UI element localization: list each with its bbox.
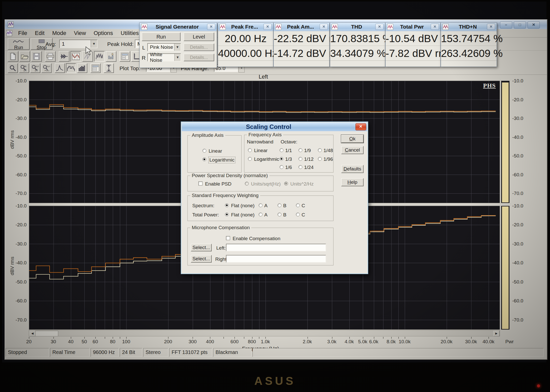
ok-button[interactable]: Ok <box>341 135 364 143</box>
select-left-mic-button[interactable]: Select... <box>191 244 212 251</box>
fast-forward-button[interactable] <box>59 51 69 62</box>
octave-1-48-label[interactable]: 1/48 <box>324 148 333 153</box>
menu-item-edit[interactable]: Edit <box>31 30 48 36</box>
spectrum-a-label[interactable]: A <box>264 203 268 209</box>
bar-graph-button[interactable] <box>77 63 87 73</box>
amplitude-linear-radio[interactable] <box>202 149 206 153</box>
octave-1-48-radio[interactable] <box>318 148 322 152</box>
defaults-button[interactable]: Defaults <box>341 165 364 173</box>
octave-1-9-radio[interactable] <box>298 148 302 152</box>
meter-close-icon[interactable]: ✕ <box>375 24 384 30</box>
zoom-in-2x-button[interactable]: IN2X <box>19 63 29 73</box>
new-file-button[interactable] <box>8 51 18 62</box>
octave-1-6-label[interactable]: 1/6 <box>285 165 292 170</box>
amplitude-range-button[interactable] <box>104 63 114 73</box>
spectrum-c-radio[interactable] <box>296 203 300 207</box>
scrollbar-left-arrow[interactable]: ◀ <box>29 331 35 336</box>
generator-left-details-button[interactable]: Details... <box>184 43 214 51</box>
octave-1-96-radio[interactable] <box>318 157 322 161</box>
units-squared-hz-radio[interactable] <box>284 182 288 186</box>
total-power-b-radio[interactable] <box>278 213 281 216</box>
octave-1-12-radio[interactable] <box>298 157 302 161</box>
meter-close-icon[interactable]: ✕ <box>487 24 495 30</box>
enable-compensation-label[interactable]: Enable Compensation <box>233 236 280 241</box>
meter-close-icon[interactable]: ✕ <box>431 24 439 30</box>
octave-1-1-label[interactable]: 1/1 <box>285 148 292 153</box>
mic-left-file-input[interactable] <box>226 244 326 251</box>
help-button[interactable]: Help <box>341 178 364 186</box>
octave-1-3-radio[interactable] <box>280 157 283 161</box>
total-power-c-radio[interactable] <box>296 213 300 216</box>
octave-1-96-label[interactable]: 1/96 <box>324 156 333 162</box>
step-curve-button[interactable] <box>66 63 76 73</box>
octave-1-6-radio[interactable] <box>280 165 283 169</box>
generator-level-button[interactable]: Level <box>184 32 214 41</box>
menu-item-view[interactable]: View <box>70 30 90 36</box>
time-series-view-button[interactable] <box>70 51 81 62</box>
frequency-logarithmic-label[interactable]: Logarithmic <box>254 156 279 162</box>
amplitude-logarithmic-radio[interactable] <box>202 157 206 161</box>
print-button[interactable] <box>45 51 56 62</box>
zoom-full-button[interactable]: OUTFULL <box>41 63 52 73</box>
spectrum-flat-label[interactable]: Flat (none) <box>231 203 255 209</box>
cancel-button[interactable]: Cancel <box>341 146 364 154</box>
amplitude-logarithmic-label[interactable]: Logarithmic <box>209 157 235 163</box>
spectrum-c-label[interactable]: C <box>302 203 305 209</box>
mic-right-file-input[interactable] <box>226 255 326 263</box>
signal-generator-close-icon[interactable]: ✕ <box>207 24 215 30</box>
meter-close-icon[interactable]: ✕ <box>264 24 272 30</box>
enable-psd-label[interactable]: Enable PSD <box>205 181 232 187</box>
total-power-b-label[interactable]: B <box>283 212 286 218</box>
frequency-linear-radio[interactable] <box>248 148 252 152</box>
meter-close-icon[interactable]: ✕ <box>320 24 328 30</box>
spectrum-b-radio[interactable] <box>278 203 281 207</box>
total-power-flat-label[interactable]: Flat (none) <box>231 212 255 218</box>
frequency-scrollbar[interactable]: ◀ ▶ <box>29 330 500 336</box>
scrollbar-thumb[interactable] <box>35 331 58 336</box>
control-panel-button[interactable] <box>119 51 130 62</box>
menu-item-mode[interactable]: Mode <box>48 30 70 36</box>
frequency-logarithmic-radio[interactable] <box>248 157 252 161</box>
total-power-a-radio[interactable] <box>259 213 262 216</box>
menu-item-options[interactable]: Options <box>90 30 117 36</box>
octave-1-3-label[interactable]: 1/3 <box>285 156 292 162</box>
scrollbar-right-arrow[interactable]: ▶ <box>493 331 499 336</box>
octave-1-12-label[interactable]: 1/12 <box>304 156 314 162</box>
menu-item-file[interactable]: File <box>14 30 31 36</box>
generator-right-signal-dropdown[interactable]: White Noise ▼ <box>147 53 181 62</box>
generator-right-details-button[interactable]: Details... <box>184 54 214 61</box>
dialog-close-icon[interactable]: ✕ <box>355 123 366 130</box>
generator-left-signal-dropdown[interactable]: Pink Noise ▼ <box>147 43 181 51</box>
save-button[interactable] <box>31 51 42 62</box>
open-file-button[interactable] <box>19 51 30 62</box>
menu-item-utilities[interactable]: Utilities <box>117 30 143 36</box>
octave-1-24-radio[interactable] <box>298 165 302 169</box>
octave-1-1-radio[interactable] <box>280 148 283 152</box>
spectrogram-view-button[interactable] <box>94 51 105 62</box>
total-power-flat-radio[interactable] <box>225 213 229 216</box>
zoom-out-2x-button[interactable]: OUT2X <box>30 63 40 73</box>
frequency-linear-label[interactable]: Linear <box>254 148 268 153</box>
octave-1-24-label[interactable]: 1/24 <box>304 165 314 170</box>
enable-compensation-checkbox[interactable] <box>226 236 230 240</box>
run-button[interactable]: Run <box>8 38 30 50</box>
units-sqrt-hz-radio[interactable] <box>245 182 249 186</box>
peak-curve-button[interactable] <box>55 63 65 73</box>
window-maximize-button[interactable]: □ <box>514 21 526 29</box>
generator-run-button[interactable]: Run <box>142 32 181 41</box>
utility-view-button[interactable] <box>106 51 116 62</box>
enable-psd-checkbox[interactable] <box>198 181 202 186</box>
total-power-c-label[interactable]: C <box>302 212 305 218</box>
amplitude-linear-label[interactable]: Linear <box>209 148 222 154</box>
octave-1-9-label[interactable]: 1/9 <box>304 148 311 153</box>
select-right-mic-button[interactable]: Select... <box>191 255 212 263</box>
spectrum-flat-radio[interactable] <box>225 203 229 207</box>
window-minimize-button[interactable]: – <box>500 21 512 29</box>
spectrum-b-label[interactable]: B <box>283 203 286 209</box>
total-power-a-label[interactable]: A <box>264 212 268 218</box>
generator-left-dropdown-arrow-icon[interactable]: ▼ <box>174 44 181 51</box>
generator-right-dropdown-arrow-icon[interactable]: ▼ <box>174 54 181 61</box>
zoom-button[interactable] <box>8 63 18 73</box>
window-close-button[interactable]: ✕ <box>528 21 540 29</box>
display-options-button[interactable] <box>90 63 101 73</box>
